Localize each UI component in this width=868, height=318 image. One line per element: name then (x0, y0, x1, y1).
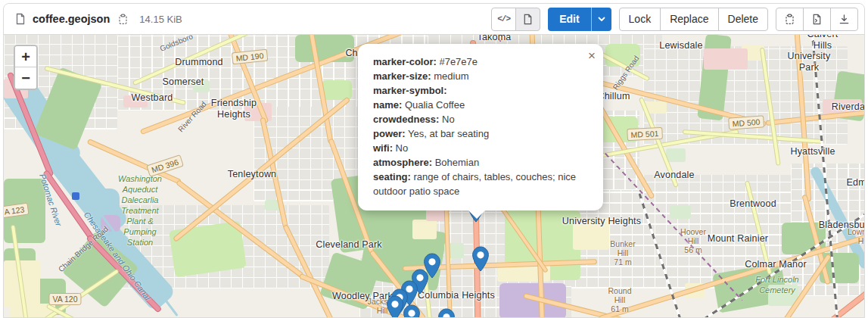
copy-file-contents-button[interactable] (776, 8, 804, 31)
header-actions: </> Edit Lock Replace Del (491, 8, 858, 31)
popup-property-row: marker-size: medium (373, 69, 588, 83)
file-icon (14, 13, 26, 25)
file-title: coffee.geojson 14.15 KiB (14, 12, 485, 26)
popup-property-row: marker-symbol: (373, 83, 588, 98)
replace-button[interactable]: Replace (660, 8, 718, 31)
file-utility-buttons (776, 8, 858, 31)
view-toggle: </> (491, 8, 540, 31)
popup-property-row: name: Qualia Coffee (373, 98, 588, 112)
map-zoom-control: + − (14, 45, 38, 90)
download-icon (838, 14, 850, 25)
delete-button[interactable]: Delete (718, 8, 768, 31)
popup-property-row: atmosphere: Bohemian (373, 155, 588, 170)
clipboard-icon (784, 14, 795, 25)
popup-property-row: marker-color: #7e7e7e (373, 55, 588, 69)
zoom-out-button[interactable]: − (15, 67, 36, 89)
geojson-map[interactable]: TakomaDrummondChevy Chase VillageLewisda… (4, 35, 865, 317)
popup-property-row: wifi: No (373, 141, 588, 155)
file-action-buttons: Lock Replace Delete (619, 8, 768, 31)
edit-button[interactable]: Edit (548, 8, 590, 31)
copy-file-path-button[interactable] (116, 12, 130, 26)
lock-button[interactable]: Lock (619, 8, 661, 31)
popup-property-row: seating: range of chairs, tables, couche… (373, 170, 588, 198)
code-icon: </> (497, 14, 510, 23)
map-marker[interactable] (386, 295, 404, 317)
map-marker[interactable] (403, 304, 421, 317)
popup-close-button[interactable]: × (588, 48, 596, 64)
edit-split-button: Edit (548, 8, 611, 31)
file-header: coffee.geojson 14.15 KiB </> Ed (4, 4, 864, 35)
file-viewer: coffee.geojson 14.15 KiB </> Ed (3, 3, 865, 318)
raw-file-icon (811, 14, 823, 25)
clipboard-icon (117, 14, 129, 25)
popup-properties: marker-color: #7e7e7emarker-size: medium… (373, 55, 588, 198)
map-marker[interactable] (437, 308, 456, 317)
file-size: 14.15 KiB (139, 14, 182, 25)
display-rendered-file-button[interactable] (515, 8, 540, 31)
open-raw-button[interactable] (803, 8, 831, 31)
display-source-button[interactable]: </> (491, 8, 516, 31)
edit-dropdown-button[interactable] (591, 8, 611, 31)
zoom-in-button[interactable]: + (15, 46, 36, 67)
map-marker[interactable] (471, 246, 490, 275)
popup-property-row: power: Yes, at bar seating (373, 126, 588, 141)
popup-property-row: crowdedness: No (373, 112, 588, 126)
marker-popup: × marker-color: #7e7e7emarker-size: medi… (358, 44, 603, 210)
download-button[interactable] (830, 8, 858, 31)
file-name: coffee.geojson (33, 13, 110, 25)
chevron-down-icon (597, 14, 606, 23)
document-icon (522, 14, 534, 25)
